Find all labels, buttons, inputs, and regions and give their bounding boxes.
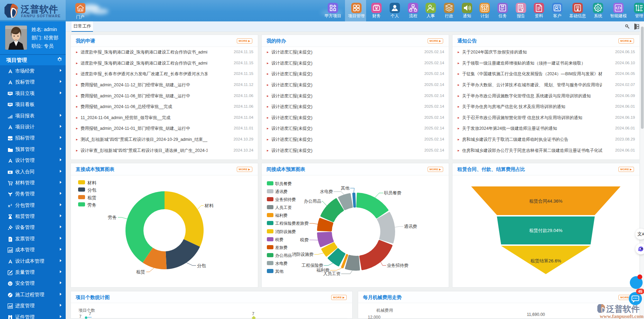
svg-text:其他: 其他 xyxy=(341,186,350,191)
svg-text:分包: 分包 xyxy=(197,263,206,268)
svg-text:福利费: 福利费 xyxy=(316,268,330,273)
svg-text:税费: 税费 xyxy=(300,238,309,242)
svg-text:www.fanpusoft.com: www.fanpusoft.com xyxy=(600,313,644,319)
svg-text:泛普软件: 泛普软件 xyxy=(606,304,640,313)
svg-text:差旅费: 差旅费 xyxy=(296,221,309,226)
svg-text:办公用品: 办公用品 xyxy=(304,199,321,204)
svg-text:FANPU SOFTWARE: FANPU SOFTWARE xyxy=(21,14,61,18)
svg-text:租赁付款29.04%: 租赁付款29.04% xyxy=(529,228,563,233)
svg-text:泛普软件: 泛普软件 xyxy=(20,4,58,14)
svg-text:通讯费: 通讯费 xyxy=(404,224,417,229)
svg-text:水电费: 水电费 xyxy=(320,189,333,194)
svg-text:租赁: 租赁 xyxy=(136,269,145,274)
svg-text:工程保险费: 工程保险费 xyxy=(302,263,324,268)
svg-text:2: 2 xyxy=(11,204,12,206)
svg-text:职员餐费: 职员餐费 xyxy=(384,191,401,195)
svg-text:业务招待费: 业务招待费 xyxy=(387,263,409,268)
svg-text:租赁结算26.6%: 租赁结算26.6% xyxy=(531,258,561,263)
svg-text:x: x xyxy=(8,204,10,208)
svg-text:材料: 材料 xyxy=(204,203,214,208)
svg-text:消防设施费: 消防设施费 xyxy=(292,252,314,257)
svg-text:劳务: 劳务 xyxy=(108,215,117,220)
svg-text:租赁合同44.36%: 租赁合同44.36% xyxy=(529,199,563,204)
